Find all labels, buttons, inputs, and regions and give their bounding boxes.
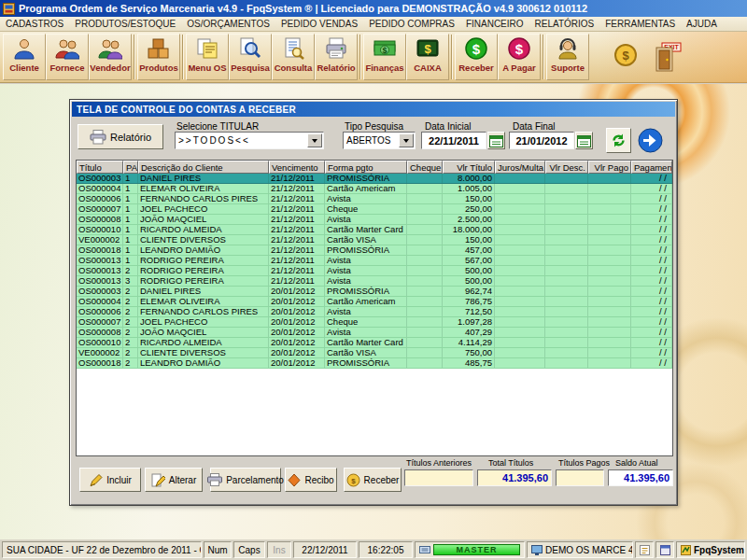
- produtos-button[interactable]: Produtos: [137, 34, 180, 80]
- parcelamento-button[interactable]: Parcelamento: [210, 468, 281, 492]
- edit-pencil-icon: [151, 473, 165, 487]
- cell-vlr-pago: [588, 235, 631, 245]
- consulta-button[interactable]: Consulta: [272, 34, 315, 80]
- tipo-pesquisa-combobox[interactable]: ABERTOS: [343, 132, 416, 149]
- chevron-down-icon[interactable]: [399, 133, 414, 147]
- incluir-button[interactable]: Incluir: [79, 468, 141, 492]
- cell-vlr-desc: [545, 317, 588, 327]
- column-header[interactable]: PA: [123, 161, 138, 174]
- exit-button[interactable]: EXIT: [649, 34, 686, 80]
- pesquisa-button[interactable]: Pesquisa: [229, 34, 272, 80]
- table-row[interactable]: OS000008 2 JOÃO MAQCIEL 20/01/2012 Avist…: [77, 328, 672, 338]
- table-row[interactable]: OS000004 1 ELEMAR OLIVEIRA 21/12/2011 Ca…: [77, 184, 672, 194]
- titulos-pagos-field: [556, 469, 604, 486]
- cell-cliente: RICARDO ALMEIDA: [138, 225, 269, 234]
- cell-pagamento: / /: [631, 358, 672, 368]
- suporte-button[interactable]: Suporte: [546, 34, 589, 80]
- menu-item[interactable]: FINANCEIRO: [460, 19, 529, 29]
- table-row[interactable]: OS000006 1 FERNANDO CARLOS PIRES 21/12/2…: [77, 194, 672, 204]
- titulos-pagos-label: Títulos Pagos: [558, 458, 610, 468]
- chevron-down-icon[interactable]: [307, 133, 322, 147]
- titular-combobox[interactable]: >>TODOS<<: [175, 132, 324, 149]
- column-header[interactable]: Descrição do Cliente: [138, 161, 269, 174]
- table-row[interactable]: OS000018 2 LEANDRO DAMIÃO 20/01/2012 PRO…: [77, 358, 672, 369]
- relatorio-button[interactable]: Relatório: [315, 34, 358, 80]
- cell-vencimento: 20/01/2012: [269, 338, 325, 347]
- column-header[interactable]: Pagamento: [631, 161, 672, 174]
- table-row[interactable]: OS000018 1 LEANDRO DAMIÃO 21/12/2011 PRO…: [77, 245, 672, 256]
- cell-vencimento: 21/12/2011: [269, 194, 325, 203]
- vendedor-button[interactable]: Vendedor: [89, 34, 132, 80]
- a-pagar-button[interactable]: $ A Pagar: [498, 34, 541, 80]
- go-arrow-icon: [638, 128, 663, 153]
- table-row[interactable]: OS000007 2 JOEL PACHECO 20/01/2012 Chequ…: [77, 317, 672, 328]
- menu-item[interactable]: CADASTROS: [0, 19, 69, 29]
- table-row[interactable]: OS000003 2 DANIEL PIRES 20/01/2012 PROMI…: [77, 287, 672, 297]
- menu-item[interactable]: PEDIDO VENDAS: [275, 19, 363, 29]
- menu-item[interactable]: OS/ORÇAMENTOS: [181, 19, 275, 29]
- go-button[interactable]: [638, 128, 663, 153]
- cell-juros-multa: [495, 276, 545, 286]
- cell-cliente: RICARDO ALMEIDA: [138, 338, 269, 347]
- table-row[interactable]: OS000013 2 RODRIGO PEREIRA 21/12/2011 Av…: [77, 266, 672, 276]
- coin-button[interactable]: $: [610, 34, 641, 80]
- table-row[interactable]: VE000002 2 CLIENTE DIVERSOS 20/01/2012 C…: [77, 348, 672, 358]
- status-bar: SUA CIDADE - UF 22 de Dezembro de 2011 -…: [0, 539, 747, 560]
- cell-vlr-titulo: 150,00: [443, 194, 495, 203]
- status-time: 16:22:05: [359, 541, 413, 558]
- fornecedor-button[interactable]: Fornece: [46, 34, 89, 80]
- table-row[interactable]: OS000004 2 ELEMAR OLIVEIRA 20/01/2012 Ca…: [77, 297, 672, 307]
- toolbar-separator: [451, 35, 453, 79]
- menu-item[interactable]: PRODUTOS/ESTOQUE: [69, 19, 181, 29]
- table-row[interactable]: OS000003 1 DANIEL PIRES 21/12/2011 PROMI…: [77, 174, 672, 184]
- table-row[interactable]: OS000007 1 JOEL PACHECO 21/12/2011 Chequ…: [77, 204, 672, 215]
- refresh-button[interactable]: [606, 128, 631, 153]
- financas-button[interactable]: $ Finanças: [363, 34, 406, 80]
- cell-forma-pgto: Avista: [325, 328, 407, 337]
- data-inicial-field[interactable]: 22/11/2011: [421, 132, 486, 149]
- table-row[interactable]: OS000010 2 RICARDO ALMEIDA 20/01/2012 Ca…: [77, 338, 672, 348]
- cell-pa: 1: [123, 204, 138, 214]
- status-caps: Caps: [233, 541, 265, 558]
- cell-forma-pgto: PROMISSÓRIA: [325, 174, 407, 183]
- data-final-calendar-button[interactable]: [575, 132, 593, 149]
- receber-footer-button[interactable]: $ Receber: [344, 468, 402, 492]
- cell-vlr-pago: [588, 287, 631, 296]
- menu-item[interactable]: FERRAMENTAS: [599, 19, 681, 29]
- column-header[interactable]: Vlr Pago: [588, 161, 631, 174]
- column-header[interactable]: Forma pgto: [325, 161, 407, 174]
- column-header[interactable]: Vlr Desc.: [545, 161, 588, 174]
- menu-item[interactable]: PEDIDO COMPRAS: [363, 19, 460, 29]
- recibo-button[interactable]: Recibo: [285, 468, 337, 492]
- receber-button[interactable]: $ Receber: [455, 34, 498, 80]
- column-header[interactable]: Vencimento: [269, 161, 325, 174]
- relatorio-panel-button[interactable]: Relatório: [78, 124, 163, 149]
- column-header[interactable]: Cheque: [407, 161, 443, 174]
- table-row[interactable]: OS000008 1 JOÃO MAQCIEL 21/12/2011 Avist…: [77, 215, 672, 225]
- column-header[interactable]: Título: [77, 161, 123, 174]
- menu-item[interactable]: AJUDA: [681, 19, 723, 29]
- menu-os-button[interactable]: Menu OS: [186, 34, 229, 80]
- alterar-button[interactable]: Alterar: [145, 468, 203, 492]
- table-row[interactable]: OS000006 2 FERNANDO CARLOS PIRES 20/01/2…: [77, 307, 672, 317]
- cell-forma-pgto: PROMISSÓRIA: [325, 245, 407, 255]
- cell-forma-pgto: Cartão Marter Card: [325, 225, 407, 234]
- table-row[interactable]: OS000010 1 RICARDO ALMEIDA 21/12/2011 Ca…: [77, 225, 672, 235]
- data-final-field[interactable]: 21/01/2012: [509, 132, 574, 149]
- caixa-button[interactable]: $ CAIXA: [406, 34, 449, 80]
- toolbar: Cliente Fornece Vendedor Produtos Menu O…: [0, 32, 747, 83]
- table-row[interactable]: OS000013 3 RODRIGO PEREIRA 21/12/2011 Av…: [77, 276, 672, 287]
- app-title: Programa Ordem de Serviço Marcenaria v4.…: [19, 3, 587, 14]
- menu-item[interactable]: RELATÓRIOS: [529, 19, 600, 29]
- table-row[interactable]: OS000013 1 RODRIGO PEREIRA 21/12/2011 Av…: [77, 256, 672, 266]
- column-header[interactable]: Juros/Multa: [495, 161, 545, 174]
- cell-forma-pgto: Cheque: [325, 204, 407, 214]
- cliente-button[interactable]: Cliente: [3, 34, 46, 80]
- table-row[interactable]: VE000002 1 CLIENTE DIVERSOS 21/12/2011 C…: [77, 235, 672, 245]
- data-inicial-calendar-button[interactable]: [487, 132, 505, 149]
- cell-forma-pgto: Avista: [325, 276, 407, 286]
- supplier-people-icon: [55, 36, 79, 61]
- column-header[interactable]: Vlr Título: [443, 161, 495, 174]
- cell-titulo: OS000004: [77, 184, 123, 193]
- cell-vlr-desc: [545, 358, 588, 368]
